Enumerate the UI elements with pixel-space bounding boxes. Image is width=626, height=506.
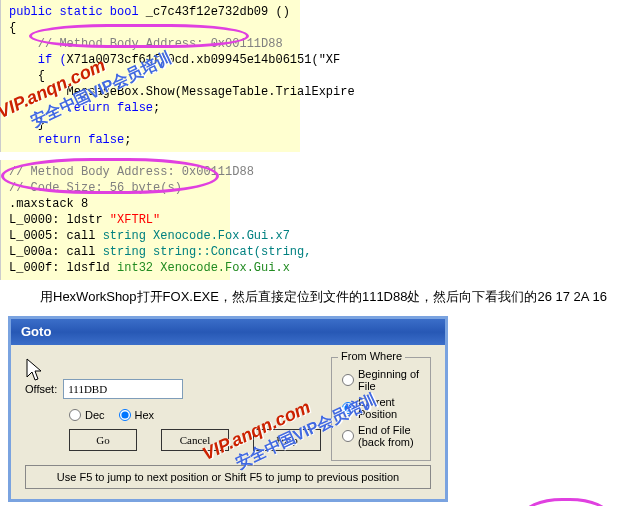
- radio-dec[interactable]: [69, 409, 81, 421]
- from-where-title: From Where: [338, 350, 405, 362]
- cursor-icon: [25, 357, 45, 385]
- radio-current[interactable]: [342, 402, 354, 414]
- kw-public: public static bool: [9, 5, 146, 19]
- brace-open: {: [9, 20, 292, 36]
- radio-end[interactable]: [342, 430, 354, 442]
- method-address-comment: // Method Body Address: 0x00111D88: [9, 36, 292, 52]
- il-address-comment: // Method Body Address: 0x00111D88: [9, 164, 222, 180]
- code-block-2: // Method Body Address: 0x00111D88 // Co…: [0, 160, 230, 280]
- code-block-1: public static bool _c7c43f12e732db09 () …: [0, 0, 300, 152]
- goto-dialog: Goto Offset: Dec Hex Go: [8, 316, 448, 502]
- instruction-paragraph: 用HexWorkShop打开FOX.EXE，然后直接定位到文件的111D88处，…: [0, 280, 626, 316]
- cancel-button[interactable]: Cancel: [161, 429, 229, 451]
- radio-dec-label[interactable]: Dec: [69, 409, 105, 421]
- hex-dump: 00111DB0 0006 2811 1800 0628 7D04 000A 2…: [0, 502, 626, 506]
- method-name: _c7c43f12e732db09: [146, 5, 268, 19]
- dialog-title[interactable]: Goto: [11, 319, 445, 345]
- help-button[interactable]: Help: [253, 429, 321, 451]
- offset-input[interactable]: [63, 379, 183, 399]
- from-where-group: From Where Beginning of File Current Pos…: [331, 357, 431, 461]
- maxstack: .maxstack 8: [9, 196, 222, 212]
- hint-text: Use F5 to jump to next position or Shift…: [25, 465, 431, 489]
- radio-hex[interactable]: [119, 409, 131, 421]
- radio-beginning[interactable]: [342, 374, 354, 386]
- radio-hex-label[interactable]: Hex: [119, 409, 155, 421]
- il-codesize-comment: // Code Size: 56 byte(s): [9, 180, 222, 196]
- go-button[interactable]: Go: [69, 429, 137, 451]
- string-literal: "XFTRL": [110, 213, 160, 227]
